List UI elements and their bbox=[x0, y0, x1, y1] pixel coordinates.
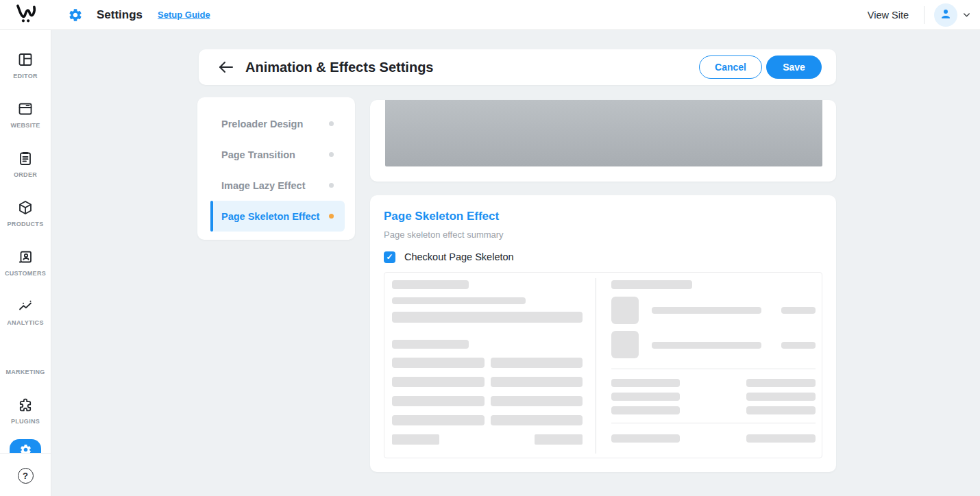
skeleton-bar bbox=[611, 379, 680, 387]
customers-card-icon bbox=[17, 249, 34, 265]
skeleton-bar bbox=[392, 312, 583, 323]
back-arrow-icon[interactable] bbox=[218, 60, 234, 74]
skeleton-bar bbox=[652, 307, 761, 314]
plugins-puzzle-icon bbox=[17, 397, 34, 413]
marketing-icon-placeholder bbox=[17, 347, 34, 364]
section-summary: Page skeleton effect summary bbox=[384, 230, 822, 240]
sidebar-item-analytics[interactable]: ANALYTICS bbox=[0, 287, 51, 336]
website-browser-icon bbox=[17, 101, 34, 117]
skeleton-bar bbox=[535, 434, 583, 445]
skeleton-bar bbox=[392, 396, 485, 406]
skeleton-bar bbox=[491, 377, 583, 387]
sidebar-item-label: PLUGINS bbox=[11, 418, 40, 425]
main-content: Animation & Effects Settings Cancel Save… bbox=[51, 30, 980, 496]
status-dot bbox=[329, 152, 334, 157]
skeleton-bar bbox=[611, 434, 680, 443]
sidebar-item-editor[interactable]: EDITOR bbox=[0, 40, 51, 90]
sidebar-item-products[interactable]: PRODUCTS bbox=[0, 188, 51, 238]
menu-item-image-lazy-effect[interactable]: Image Lazy Effect bbox=[210, 170, 345, 201]
status-dot bbox=[329, 214, 334, 219]
checkbox-checked-icon[interactable]: ✓ bbox=[384, 251, 395, 263]
sidebar-item-plugins[interactable]: PLUGINS bbox=[0, 386, 51, 435]
status-dot bbox=[329, 121, 334, 126]
skeleton-bar bbox=[611, 280, 692, 289]
skeleton-bar bbox=[611, 393, 680, 401]
skeleton-bar bbox=[652, 342, 761, 349]
sidebar-item-label: WEBSITE bbox=[10, 122, 40, 129]
skeleton-bar bbox=[746, 434, 816, 443]
menu-item-label: Page Transition bbox=[221, 149, 295, 160]
order-clipboard-icon bbox=[17, 150, 34, 166]
analytics-chart-icon bbox=[17, 298, 34, 314]
status-dot bbox=[329, 183, 334, 188]
page-title: Animation & Effects Settings bbox=[245, 60, 433, 75]
skeleton-bar bbox=[781, 307, 816, 314]
sidebar-item-label: ANALYTICS bbox=[7, 319, 43, 326]
menu-item-label: Page Skeleton Effect bbox=[221, 211, 319, 222]
logo-w-icon bbox=[13, 1, 39, 29]
skeleton-bar bbox=[491, 396, 583, 406]
effects-menu-card: Preloader Design Page Transition Image L… bbox=[197, 97, 355, 240]
menu-item-preloader-design[interactable]: Preloader Design bbox=[210, 108, 345, 139]
skeleton-bar bbox=[392, 358, 485, 368]
skeleton-preview bbox=[384, 272, 822, 458]
settings-header-card: Animation & Effects Settings Cancel Save bbox=[199, 49, 836, 85]
checkbox-label: Checkout Page Skeleton bbox=[404, 251, 514, 262]
settings-gear-icon bbox=[68, 8, 83, 23]
menu-item-label: Preloader Design bbox=[221, 119, 303, 129]
sidebar-item-website[interactable]: WEBSITE bbox=[0, 90, 51, 139]
menu-item-page-transition[interactable]: Page Transition bbox=[210, 139, 345, 170]
menu-item-page-skeleton-effect[interactable]: Page Skeleton Effect bbox=[210, 201, 345, 232]
help-icon[interactable]: ? bbox=[18, 468, 34, 484]
setup-guide-link[interactable]: Setup Guide bbox=[158, 10, 210, 20]
skeleton-square bbox=[611, 331, 639, 358]
skeleton-bar bbox=[746, 406, 816, 414]
products-cube-icon bbox=[17, 199, 34, 216]
brand-logo[interactable] bbox=[0, 0, 51, 30]
effect-preview-gray-block bbox=[385, 100, 822, 166]
view-site-link[interactable]: View Site bbox=[868, 10, 909, 21]
topbar: Settings Setup Guide View Site bbox=[0, 0, 980, 30]
sidebar-item-customers[interactable]: CUSTOMERS bbox=[0, 238, 51, 287]
preview-column-divider bbox=[596, 278, 596, 454]
user-person-icon bbox=[939, 7, 953, 23]
skeleton-bar bbox=[392, 377, 485, 387]
save-button[interactable]: Save bbox=[766, 55, 822, 79]
sidebar-item-settings-active[interactable] bbox=[10, 439, 41, 454]
skeleton-bar bbox=[746, 379, 816, 387]
preview-divider-line bbox=[611, 369, 816, 369]
page-header-title: Settings bbox=[97, 8, 143, 22]
editor-layout-icon bbox=[17, 51, 34, 68]
chevron-down-icon[interactable] bbox=[961, 10, 972, 20]
skeleton-square bbox=[611, 297, 639, 324]
sidebar-item-label: PRODUCTS bbox=[8, 221, 44, 227]
preview-divider-line bbox=[611, 423, 816, 423]
checkout-page-skeleton-row[interactable]: ✓ Checkout Page Skeleton bbox=[384, 251, 822, 263]
topbar-right: View Site bbox=[868, 3, 980, 27]
sidebar-item-order[interactable]: ORDER bbox=[0, 139, 51, 188]
skeleton-bar bbox=[746, 393, 816, 401]
section-title: Page Skeleton Effect bbox=[384, 209, 822, 224]
skeleton-bar bbox=[392, 415, 485, 425]
previous-section-card-clipped bbox=[370, 100, 836, 182]
sidebar-item-label: CUSTOMERS bbox=[5, 270, 46, 277]
settings-gear-white-icon bbox=[19, 443, 32, 454]
skeleton-bar bbox=[392, 297, 526, 304]
skeleton-bar bbox=[392, 280, 469, 289]
user-avatar[interactable] bbox=[934, 3, 957, 27]
sidebar-help: ? bbox=[0, 468, 51, 484]
sidebar-item-label: EDITOR bbox=[13, 73, 38, 79]
sidebar-nav: EDITOR WEBSITE bbox=[0, 30, 51, 454]
skeleton-bar bbox=[491, 415, 583, 425]
cancel-button[interactable]: Cancel bbox=[699, 55, 762, 79]
topbar-divider bbox=[924, 6, 924, 24]
app-screen: Settings Setup Guide View Site bbox=[0, 0, 980, 496]
skeleton-bar bbox=[392, 434, 439, 445]
sidebar: EDITOR WEBSITE bbox=[0, 30, 51, 496]
skeleton-bar bbox=[611, 406, 680, 414]
sidebar-item-marketing[interactable]: MARKETING bbox=[0, 336, 51, 386]
sidebar-item-label: MARKETING bbox=[5, 369, 45, 375]
skeleton-bar bbox=[781, 342, 816, 349]
skeleton-bar bbox=[491, 358, 583, 368]
sidebar-item-label: ORDER bbox=[14, 171, 37, 178]
